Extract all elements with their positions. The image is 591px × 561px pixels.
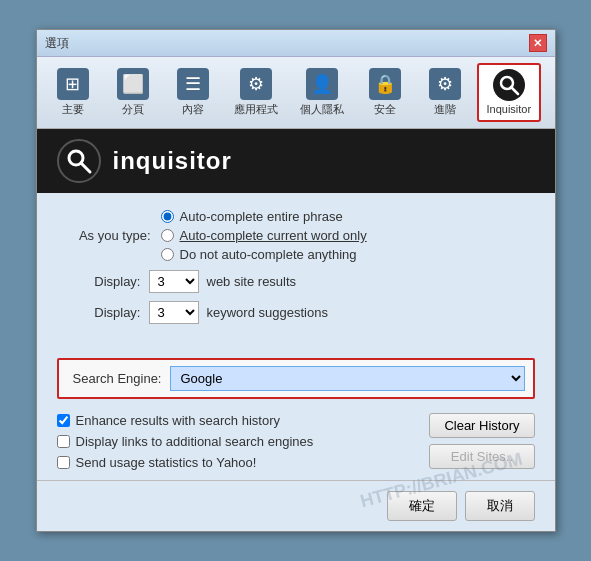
- radio-label-1: Auto-complete entire phrase: [180, 209, 343, 224]
- radio-label-2: Auto-complete current word only: [180, 228, 367, 243]
- toolbar-label-advanced: 進階: [434, 102, 456, 117]
- radio-option-2[interactable]: Auto-complete current word only: [161, 228, 367, 243]
- display-suffix-1: web site results: [207, 274, 297, 289]
- title-bar: 選項 ✕: [37, 30, 555, 57]
- toolbar-label-main: 主要: [62, 102, 84, 117]
- security-icon: 🔒: [369, 68, 401, 100]
- radio-input-1[interactable]: [161, 210, 174, 223]
- close-button[interactable]: ✕: [529, 34, 547, 52]
- advanced-icon: ⚙: [429, 68, 461, 100]
- toolbar-item-inquisitor[interactable]: Inquisitor: [477, 63, 542, 122]
- footer: 確定 取消: [37, 480, 555, 531]
- search-engine-select[interactable]: Google Bing Yahoo DuckDuckGo: [170, 366, 525, 391]
- toolbar-label-tabs: 分頁: [122, 102, 144, 117]
- checkbox-links-input[interactable]: [57, 435, 70, 448]
- display-select-1[interactable]: 3510: [149, 270, 199, 293]
- options-window: 選項 ✕ ⊞主要⬜分頁☰內容⚙應用程式👤個人隱私🔒安全⚙進階Inquisitor…: [36, 29, 556, 532]
- checkbox-usage-label: Send usage statistics to Yahoo!: [76, 455, 257, 470]
- search-engine-row: Search Engine: Google Bing Yahoo DuckDuc…: [57, 358, 535, 399]
- toolbar-label-content: 內容: [182, 102, 204, 117]
- toolbar-item-advanced[interactable]: ⚙進階: [417, 63, 473, 122]
- checkbox-usage-input[interactable]: [57, 456, 70, 469]
- checkbox-history-input[interactable]: [57, 414, 70, 427]
- tabs-icon: ⬜: [117, 68, 149, 100]
- content-icon: ☰: [177, 68, 209, 100]
- display-label-2: Display:: [81, 305, 141, 320]
- display-label-1: Display:: [81, 274, 141, 289]
- checkbox-history-label: Enhance results with search history: [76, 413, 280, 428]
- radio-group: Auto-complete entire phrase Auto-complet…: [161, 209, 367, 262]
- search-icon: [65, 147, 93, 175]
- checkbox-links[interactable]: Display links to additional search engin…: [57, 434, 314, 449]
- toolbar-label-inquisitor: Inquisitor: [487, 103, 532, 115]
- toolbar-label-privacy: 個人隱私: [300, 102, 344, 117]
- toolbar-item-tabs[interactable]: ⬜分頁: [105, 63, 161, 122]
- display-suffix-2: keyword suggestions: [207, 305, 328, 320]
- toolbar-item-content[interactable]: ☰內容: [165, 63, 221, 122]
- banner-icon: [57, 139, 101, 183]
- inquisitor-banner: inquisitor: [37, 129, 555, 193]
- toolbar-label-applications: 應用程式: [234, 102, 278, 117]
- display-select-2[interactable]: 3510: [149, 301, 199, 324]
- checkbox-usage[interactable]: Send usage statistics to Yahoo!: [57, 455, 314, 470]
- edit-sites-button[interactable]: Edit Sites..: [429, 444, 534, 469]
- search-engine-label: Search Engine:: [67, 371, 162, 386]
- cancel-button[interactable]: 取消: [465, 491, 535, 521]
- radio-label-3: Do not auto-complete anything: [180, 247, 357, 262]
- ok-button[interactable]: 確定: [387, 491, 457, 521]
- svg-line-1: [511, 87, 518, 94]
- bottom-section: Enhance results with search history Disp…: [37, 409, 555, 480]
- window-title: 選項: [45, 35, 69, 52]
- display-row-2: Display: 3510 keyword suggestions: [81, 301, 531, 324]
- toolbar-item-applications[interactable]: ⚙應用程式: [225, 63, 287, 122]
- privacy-icon: 👤: [306, 68, 338, 100]
- as-you-type-label: As you type:: [61, 228, 151, 243]
- toolbar-item-security[interactable]: 🔒安全: [357, 63, 413, 122]
- display-row-1: Display: 3510 web site results: [81, 270, 531, 293]
- toolbar: ⊞主要⬜分頁☰內容⚙應用程式👤個人隱私🔒安全⚙進階Inquisitor: [37, 57, 555, 129]
- applications-icon: ⚙: [240, 68, 272, 100]
- radio-input-3[interactable]: [161, 248, 174, 261]
- toolbar-label-security: 安全: [374, 102, 396, 117]
- checkbox-column: Enhance results with search history Disp…: [57, 413, 314, 470]
- radio-input-2[interactable]: [161, 229, 174, 242]
- checkbox-links-label: Display links to additional search engin…: [76, 434, 314, 449]
- main-icon: ⊞: [57, 68, 89, 100]
- as-you-type-row: As you type: Auto-complete entire phrase…: [61, 209, 531, 262]
- toolbar-item-main[interactable]: ⊞主要: [45, 63, 101, 122]
- side-buttons: Clear History Edit Sites..: [429, 413, 534, 469]
- banner-title: inquisitor: [113, 147, 232, 175]
- radio-option-1[interactable]: Auto-complete entire phrase: [161, 209, 367, 224]
- toolbar-item-privacy[interactable]: 👤個人隱私: [291, 63, 353, 122]
- radio-option-3[interactable]: Do not auto-complete anything: [161, 247, 367, 262]
- clear-history-button[interactable]: Clear History: [429, 413, 534, 438]
- inquisitor-icon: [493, 69, 525, 101]
- svg-line-3: [81, 163, 90, 172]
- checkbox-history[interactable]: Enhance results with search history: [57, 413, 314, 428]
- settings-area: As you type: Auto-complete entire phrase…: [37, 193, 555, 348]
- main-content: inquisitor As you type: Auto-complete en…: [37, 129, 555, 531]
